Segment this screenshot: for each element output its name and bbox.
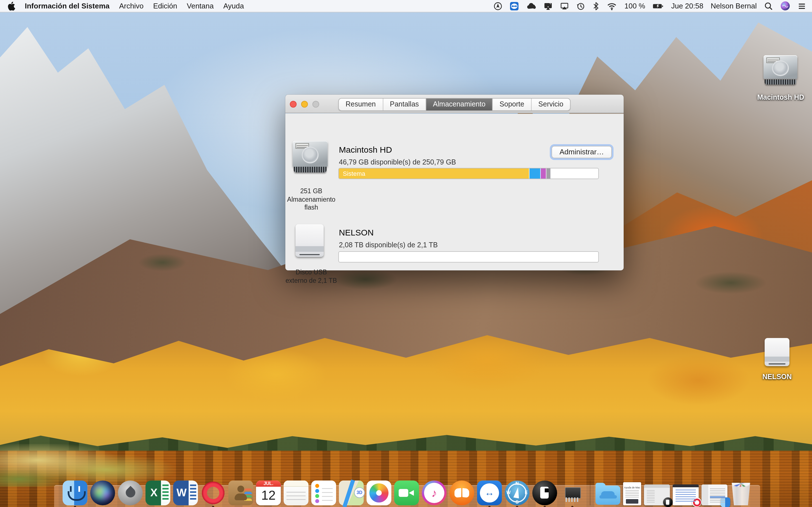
internal-drive-icon	[293, 141, 327, 172]
menu-bar-menus: ArchivoEdiciónVentanaAyuda	[119, 2, 244, 10]
menu-bar: Información del Sistema ArchivoEdiciónVe…	[0, 0, 812, 12]
glyph: ↔	[477, 481, 502, 505]
location-icon[interactable]	[494, 1, 503, 10]
dock-dot	[74, 506, 76, 507]
manage-button[interactable]: Administrar…	[552, 146, 612, 158]
disk-caption: Disco USB externo de 2,1 TB	[285, 268, 337, 284]
badge badge-opera	[692, 497, 702, 507]
external-drive-icon	[296, 224, 324, 257]
dock-min-help-window-icon[interactable]: Ayuda de Mac	[623, 482, 641, 505]
dock: XWJUL.123D♪↔NESWAyuda de Mac	[54, 481, 760, 505]
cal-m: JUL.	[256, 481, 281, 487]
dock-facetime-icon[interactable]	[394, 481, 419, 505]
menu-edición[interactable]: Edición	[153, 2, 177, 10]
menu-bar-status: 100 % Jue 20:58 Nelson Bernal	[494, 1, 812, 11]
app-menu-title[interactable]: Información del Sistema	[25, 2, 110, 10]
badge badge-disk-tool	[663, 497, 673, 507]
battery-percentage[interactable]: 100 %	[624, 2, 645, 10]
window-titlebar[interactable]: ResumenPantallasAlmacenamientoSoporteSer…	[285, 95, 624, 113]
teamviewer-menu-icon[interactable]	[510, 1, 519, 10]
time-machine-icon[interactable]	[576, 1, 586, 10]
cal-d: 12	[256, 487, 281, 504]
internal-drive-icon	[763, 55, 797, 84]
dock-cloud-folder-icon[interactable]	[596, 486, 620, 505]
storage-usage-bar	[338, 251, 599, 263]
dock-chip-tool-icon[interactable]	[560, 481, 585, 505]
menu-ayuda[interactable]: Ayuda	[223, 2, 244, 10]
battery-icon[interactable]	[652, 1, 664, 10]
dock-dot	[488, 506, 491, 507]
dock-finder-icon[interactable]	[63, 481, 87, 505]
storage-pane: 251 GB Almacenamiento flash Macintosh HD…	[285, 114, 624, 270]
dock-teamviewer-icon[interactable]: ↔	[477, 481, 502, 505]
tab-pantallas[interactable]: Pantallas	[383, 99, 426, 110]
desktop-icon-label-macintosh-hd[interactable]: Macintosh HD	[754, 94, 808, 101]
mini-title: Ayuda de Mac	[623, 486, 641, 489]
siri-icon[interactable]	[780, 1, 790, 11]
tab-resumen[interactable]: Resumen	[339, 99, 383, 110]
notification-center-icon[interactable]	[797, 1, 806, 10]
tab-soporte[interactable]: Soporte	[493, 99, 532, 110]
bluetooth-icon[interactable]	[593, 1, 600, 10]
dock-calendar-icon[interactable]: JUL.12	[256, 481, 281, 505]
dock-reminders-icon[interactable]	[311, 481, 336, 505]
tab-servicio[interactable]: Servicio	[531, 99, 570, 110]
user-menu[interactable]: Nelson Bernal	[711, 2, 757, 10]
dock-dot	[571, 506, 573, 507]
dock-dot	[544, 506, 546, 507]
dock-trash-full-icon[interactable]	[730, 481, 752, 505]
disk-available: 2,08 TB disponible(s) de 2,1 TB	[339, 241, 438, 249]
c-letter c-w: W	[506, 490, 511, 495]
c-letter c-s: S	[505, 500, 529, 505]
dock-min-opera-window-icon[interactable]	[673, 485, 699, 505]
external-drive-icon	[765, 338, 790, 366]
close-button[interactable]	[290, 101, 297, 108]
dock-launchpad-icon[interactable]	[118, 481, 143, 505]
desktop-icon-label-nelson[interactable]: NELSON	[755, 373, 800, 381]
dock-excel-icon[interactable]: X	[146, 481, 170, 505]
window-tab-bar: ResumenPantallasAlmacenamientoSoporteSer…	[338, 98, 571, 111]
storage-segment	[541, 168, 547, 179]
dock-opera-icon[interactable]	[201, 481, 225, 505]
dock-min-disktool-window-icon[interactable]	[644, 485, 670, 505]
disk-caption: 251 GB Almacenamiento flash	[285, 187, 337, 212]
dock-itunes-icon[interactable]: ♪	[422, 481, 447, 505]
desktop: Información del Sistema ArchivoEdiciónVe…	[0, 0, 812, 507]
airplay-icon[interactable]	[560, 1, 569, 10]
clock[interactable]: Jue 20:58	[671, 2, 703, 10]
c-letter c-e: E	[525, 490, 528, 495]
zoom-button[interactable]	[312, 101, 319, 108]
glyph: X	[146, 481, 170, 505]
dock-photos-icon[interactable]	[366, 481, 391, 505]
disk-title: Macintosh HD	[339, 145, 392, 154]
dock-compass-icon[interactable]: NESW	[505, 481, 529, 505]
storage-usage-bar: Sistema	[338, 168, 599, 179]
disk-available: 46,79 GB disponible(s) de 250,79 GB	[339, 158, 456, 166]
dock-ibooks-icon[interactable]	[449, 481, 474, 505]
dock-notes-icon[interactable]	[284, 481, 308, 505]
minimize-button[interactable]	[301, 101, 308, 108]
menu-archivo[interactable]: Archivo	[119, 2, 144, 10]
display-icon[interactable]	[544, 1, 553, 10]
apple-menu-icon[interactable]	[7, 1, 15, 10]
dock-min-finder-window-icon[interactable]	[702, 485, 727, 505]
menu-bar-left: Información del Sistema ArchivoEdiciónVe…	[0, 1, 244, 10]
dock-contacts-icon[interactable]	[229, 481, 253, 505]
dock-disk-tool-icon[interactable]	[532, 481, 557, 505]
system-information-window: ResumenPantallasAlmacenamientoSoporteSer…	[285, 95, 624, 270]
dock-word-icon[interactable]: W	[173, 481, 198, 505]
wifi-icon[interactable]	[607, 1, 617, 10]
glyph: W	[173, 481, 198, 505]
disk-title: NELSON	[339, 228, 373, 237]
glyph: 3D	[354, 487, 365, 498]
storage-segment	[529, 168, 541, 179]
storage-segment-sistema: Sistema	[339, 168, 529, 179]
tab-almacenamiento[interactable]: Almacenamiento	[426, 99, 493, 110]
onedrive-icon[interactable]	[526, 1, 537, 10]
dock-siri-icon[interactable]	[90, 481, 115, 505]
badge badge-finder	[721, 497, 730, 507]
spotlight-icon[interactable]	[764, 1, 773, 10]
menu-ventana[interactable]: Ventana	[187, 2, 214, 10]
dock-maps-icon[interactable]: 3D	[339, 481, 364, 505]
dock-dot	[516, 506, 518, 507]
